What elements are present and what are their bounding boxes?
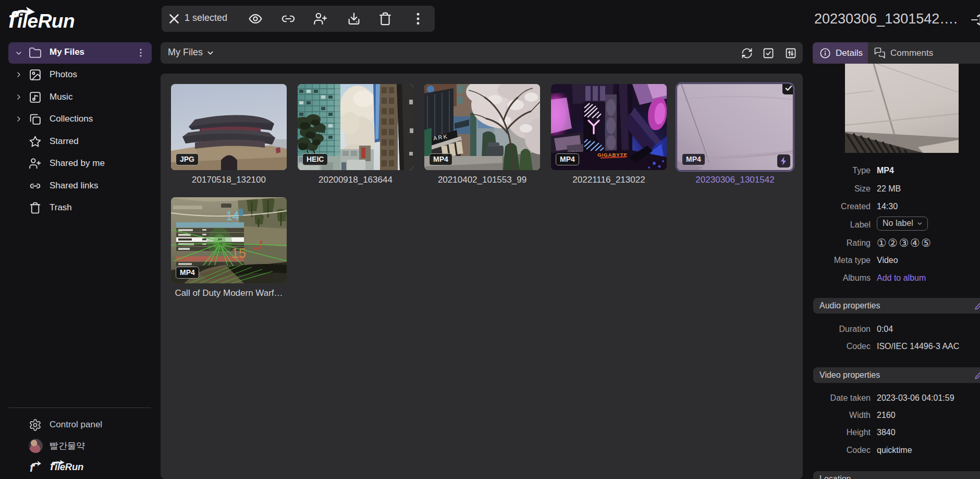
svg-text:ileRun: ileRun — [55, 461, 83, 472]
svg-text:f: f — [50, 460, 55, 472]
svg-text:ileRun: ileRun — [17, 10, 75, 31]
svg-text:f: f — [30, 461, 35, 473]
svg-text:15: 15 — [231, 246, 246, 260]
svg-text:14: 14 — [226, 209, 239, 223]
